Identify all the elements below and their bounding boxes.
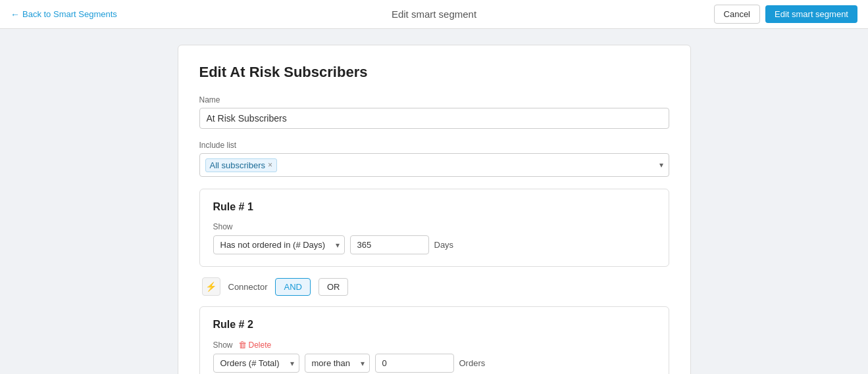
top-bar: ← Back to Smart Segments Edit smart segm…: [0, 0, 868, 29]
trash-icon: 🗑: [238, 340, 247, 350]
connector-or-button[interactable]: OR: [319, 278, 349, 296]
include-list-field-group: Include list All subscribers × ▾: [199, 141, 669, 177]
tag-label: All subscribers: [210, 160, 266, 170]
cancel-button[interactable]: Cancel: [714, 5, 760, 24]
name-input[interactable]: [199, 108, 669, 129]
filter-icon: ⚡: [205, 281, 217, 292]
back-link[interactable]: ← Back to Smart Segments: [11, 9, 117, 20]
connector-label: Connector: [228, 282, 268, 292]
connector-row: ⚡ Connector AND OR: [199, 277, 669, 296]
rule-2-show-header: Show 🗑 Delete: [213, 340, 655, 350]
tag-remove-icon[interactable]: ×: [268, 161, 272, 169]
delete-rule-button[interactable]: 🗑 Delete: [238, 340, 272, 350]
rule-2-box: Rule # 2 Show 🗑 Delete Orders (# Total) …: [199, 306, 669, 374]
rule-2-dropdown1-wrapper: Orders (# Total): [213, 354, 299, 373]
connector-and-button[interactable]: AND: [275, 278, 310, 296]
top-bar-actions: Cancel Edit smart segment: [714, 5, 857, 24]
back-arrow-icon: ←: [11, 9, 20, 20]
form-title: Edit At Risk Subscribers: [199, 64, 669, 81]
rule-2-unit-label: Orders: [459, 358, 486, 368]
rule-1-unit-label: Days: [434, 240, 454, 250]
name-field-group: Name: [199, 95, 669, 129]
rule-2-number-input[interactable]: [375, 354, 454, 373]
rule-2-title: Rule # 2: [213, 319, 655, 331]
tag-list: All subscribers ×: [205, 158, 278, 172]
rule-1-dropdown[interactable]: Has not ordered in (# Days): [213, 235, 345, 254]
rule-2-dropdown2-wrapper: more than: [305, 354, 370, 373]
include-list-label: Include list: [199, 141, 669, 150]
rule-1-show-label: Show: [213, 222, 655, 231]
edit-form-card: Edit At Risk Subscribers Name Include li…: [178, 45, 691, 374]
rule-1-show-row: Has not ordered in (# Days) Days: [213, 235, 655, 254]
rule-1-dropdown-wrapper: Has not ordered in (# Days): [213, 235, 345, 254]
rule-1-box: Rule # 1 Show Has not ordered in (# Days…: [199, 189, 669, 267]
page-title: Edit smart segment: [392, 9, 476, 20]
rule-2-dropdown1[interactable]: Orders (# Total): [213, 354, 299, 373]
rule-2-dropdown2[interactable]: more than: [305, 354, 370, 373]
delete-label: Delete: [249, 340, 272, 350]
submit-button[interactable]: Edit smart segment: [765, 5, 857, 23]
include-list-dropdown-icon: ▾: [659, 160, 663, 170]
rule-2-show-label: Show: [213, 340, 233, 350]
main-content: Edit At Risk Subscribers Name Include li…: [0, 29, 868, 374]
rule-2-show-row: Orders (# Total) more than Orders: [213, 354, 655, 373]
back-link-label: Back to Smart Segments: [22, 9, 117, 19]
all-subscribers-tag[interactable]: All subscribers ×: [205, 158, 278, 172]
include-list-input[interactable]: All subscribers × ▾: [199, 153, 669, 177]
connector-icon: ⚡: [202, 277, 220, 296]
rule-1-title: Rule # 1: [213, 201, 655, 213]
rule-1-number-input[interactable]: [350, 235, 429, 254]
name-label: Name: [199, 95, 669, 105]
